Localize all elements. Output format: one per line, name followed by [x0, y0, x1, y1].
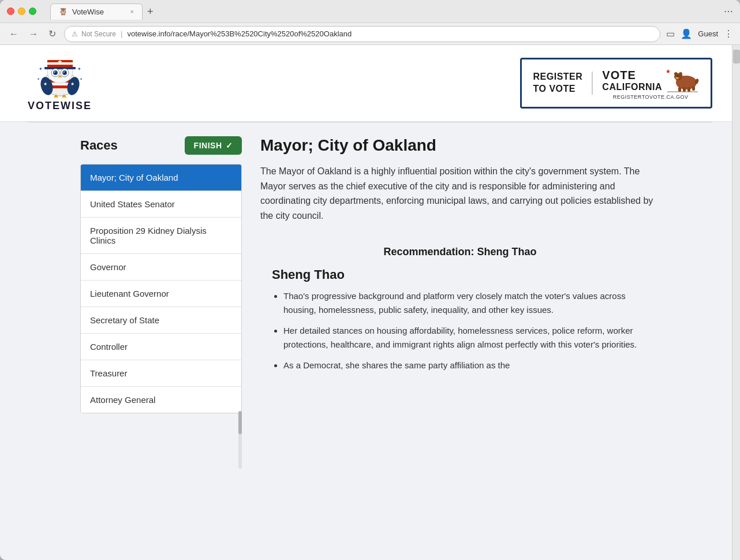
finish-label: FINISH [194, 141, 222, 150]
address-bar: ← → ↻ ⚠ Not Secure | votewise.info/race/… [0, 23, 740, 45]
sidebar-item-governor[interactable]: Governor [81, 254, 241, 281]
sidebar-scrollbar-thumb [238, 411, 242, 434]
svg-text:✦: ✦ [37, 77, 40, 81]
title-bar: 🦉 VoteWise × + ⋯ [0, 0, 740, 23]
security-warning: ⚠ [72, 30, 78, 38]
tab-title: VoteWise [72, 8, 104, 16]
menu-icon[interactable]: ⋮ [724, 28, 733, 39]
browser-window: 🦉 VoteWise × + ⋯ ← → ↻ ⚠ Not Secure | vo… [0, 0, 740, 560]
sidebar-item-mayor-city-of-oakland[interactable]: Mayor; City of Oakland [81, 165, 241, 191]
tab-bar: 🦉 VoteWise × + [50, 3, 719, 20]
bullet-point-3: As a Democrat, she shares the same party… [283, 359, 648, 372]
svg-rect-46 [687, 87, 690, 92]
url-text: votewise.info/race/Mayor%253B%2520City%2… [127, 29, 352, 38]
forward-button[interactable]: → [27, 28, 40, 40]
logo-owl-svg: ★ ★ ✦ ✦ ✦ ✦ [34, 54, 86, 98]
svg-point-40 [674, 72, 678, 76]
url-bar[interactable]: ⚠ Not Secure | votewise.info/race/Mayor%… [64, 26, 660, 42]
not-secure-label: Not Secure [81, 30, 116, 38]
tab-favicon: 🦉 [59, 8, 68, 16]
new-tab-button[interactable]: + [147, 6, 154, 17]
logo-area: ★ ★ ✦ ✦ ✦ ✦ VOTEWISE [28, 54, 92, 112]
minimize-button[interactable] [18, 8, 25, 15]
finish-chevron-icon: ✓ [226, 141, 233, 150]
sidebar-item-treasurer[interactable]: Treasurer [81, 360, 241, 387]
register-banner[interactable]: REGISTER TO VOTE VOTE CALIFORNIA [520, 58, 712, 109]
finish-button[interactable]: FINISH ✓ [185, 136, 242, 155]
vote-ca-url: REGISTERTOVOTE.CA.GOV [613, 94, 689, 100]
tab-close-icon[interactable]: × [130, 8, 134, 15]
svg-text:✦: ✦ [77, 66, 81, 72]
svg-rect-8 [44, 67, 76, 69]
california-bear-icon: ★ [664, 66, 699, 94]
svg-point-42 [675, 77, 679, 79]
svg-text:★: ★ [43, 81, 47, 87]
svg-rect-47 [692, 86, 695, 91]
sidebar-item-lieutenant-governor[interactable]: Lieutenant Governor [81, 281, 241, 307]
sidebar-item-controller[interactable]: Controller [81, 334, 241, 360]
browser-scrollbar[interactable] [732, 45, 740, 560]
bullet-point-1: Thao's progressive background and platfo… [283, 289, 648, 317]
guest-label: Guest [698, 29, 718, 38]
race-title: Mayor; City of Oakland [260, 136, 660, 155]
page-content: ★ ★ ✦ ✦ ✦ ✦ VOTEWISE [0, 45, 740, 560]
browser-actions: ⋯ [724, 6, 733, 17]
banner-divider [592, 72, 593, 95]
register-line1: REGISTER [533, 71, 583, 83]
svg-point-20 [63, 72, 65, 73]
window-controls-icon[interactable]: ⋯ [724, 6, 733, 17]
site-header: ★ ★ ✦ ✦ ✦ ✦ VOTEWISE [0, 45, 740, 122]
svg-point-41 [679, 72, 682, 76]
svg-rect-11 [47, 65, 73, 67]
browser-tab[interactable]: 🦉 VoteWise × [50, 3, 143, 20]
main-layout: Races FINISH ✓ Mayor; City of Oakland Un… [53, 122, 687, 430]
candidate-name: Sheng Thao [272, 267, 648, 282]
maximize-button[interactable] [29, 8, 36, 15]
svg-point-19 [54, 72, 55, 73]
svg-point-43 [677, 76, 679, 77]
vote-ca-area: VOTE CALIFORNIA ★ [602, 66, 699, 100]
sidebar-toggle-icon[interactable]: ▭ [666, 28, 675, 39]
sidebar-title: Races [80, 138, 118, 153]
sidebar-header: Races FINISH ✓ [80, 136, 242, 155]
traffic-lights [7, 8, 36, 15]
bullet-points-list: Thao's progressive background and platfo… [272, 289, 648, 372]
svg-text:★: ★ [666, 68, 671, 74]
svg-text:★: ★ [70, 81, 74, 87]
close-button[interactable] [7, 8, 14, 15]
register-line2: TO VOTE [533, 83, 583, 95]
url-separator: | [121, 29, 122, 38]
content-area: Mayor; City of Oakland The Mayor of Oakl… [242, 136, 660, 416]
sidebar: Races FINISH ✓ Mayor; City of Oakland Un… [80, 136, 242, 416]
sidebar-item-secretary-of-state[interactable]: Secretary of State [81, 307, 241, 334]
sidebar-item-attorney-general[interactable]: Attorney General [81, 387, 241, 413]
profile-icon[interactable]: 👤 [681, 28, 692, 39]
vote-line2: CALIFORNIA [602, 82, 662, 92]
recommendation-box: Recommendation: Sheng Thao Sheng Thao Th… [260, 237, 660, 391]
sidebar-item-united-states-senator[interactable]: United States Senator [81, 191, 241, 218]
races-list: Mayor; City of Oakland United States Sen… [80, 164, 242, 413]
sidebar-scrollbar-track [238, 411, 242, 469]
svg-rect-45 [683, 87, 686, 92]
svg-rect-44 [678, 87, 681, 92]
browser-right-actions: ▭ 👤 Guest ⋮ [666, 28, 733, 39]
race-description: The Mayor of Oakland is a highly influen… [260, 164, 660, 223]
vote-line1: VOTE [602, 69, 662, 82]
svg-text:✦: ✦ [80, 77, 83, 81]
browser-scrollbar-thumb[interactable] [733, 50, 740, 64]
vote-ca-text: VOTE CALIFORNIA [602, 69, 662, 92]
sidebar-item-prop29-kidney-dialysis[interactable]: Proposition 29 Kidney Dialysis Clinics [81, 218, 241, 254]
bullet-point-2: Her detailed stances on housing affordab… [283, 324, 648, 352]
register-text: REGISTER TO VOTE [533, 71, 583, 95]
reload-button[interactable]: ↻ [46, 27, 58, 40]
recommendation-header: Recommendation: Sheng Thao [272, 246, 648, 258]
logo-text: VOTEWISE [28, 100, 92, 112]
svg-text:✦: ✦ [39, 66, 43, 72]
back-button[interactable]: ← [7, 28, 21, 40]
